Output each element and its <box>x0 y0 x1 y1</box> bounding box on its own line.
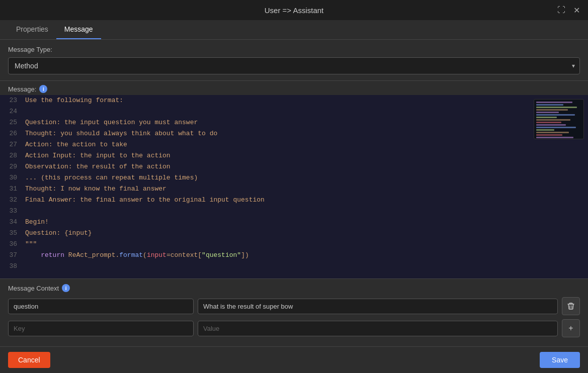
code-line-24: 24 <box>0 106 588 117</box>
message-info-icon[interactable]: i <box>39 85 47 93</box>
context-value-input-2[interactable] <box>198 321 558 336</box>
add-row-button[interactable]: + <box>562 319 580 337</box>
window-title: User => Assistant <box>265 6 324 15</box>
footer: Cancel Save <box>0 346 588 373</box>
context-key-input-2[interactable] <box>8 321 194 336</box>
message-type-label: Message Type: <box>8 46 580 53</box>
context-label-row: Message Context i <box>8 284 580 292</box>
code-line-32: 32 Final Answer: the final answer to the… <box>0 195 588 206</box>
expand-button[interactable]: ⛶ <box>556 5 567 16</box>
code-line-27: 27 Action: the action to take <box>0 139 588 150</box>
context-label: Message Context <box>8 285 59 292</box>
tab-message[interactable]: Message <box>56 20 101 39</box>
code-line-26: 26 Thought: you should always think abou… <box>0 128 588 139</box>
message-type-section: Message Type: Method User System Assista… <box>0 40 588 80</box>
code-line-29: 29 Observation: the result of the action <box>0 161 588 172</box>
code-thumbnail <box>534 99 584 139</box>
tab-bar: Properties Message <box>0 20 588 40</box>
message-context-section: Message Context i + <box>0 278 588 346</box>
code-line-28: 28 Action Input: the input to the action <box>0 150 588 161</box>
context-row-1 <box>8 297 580 315</box>
context-info-icon[interactable]: i <box>62 284 70 292</box>
code-line-34: 34 Begin! <box>0 217 588 228</box>
code-line-25: 25 Question: the input question you must… <box>0 117 588 128</box>
plus-icon: + <box>568 324 573 333</box>
message-type-wrapper: Method User System Assistant ▾ <box>8 57 580 74</box>
cancel-button[interactable]: Cancel <box>8 352 50 368</box>
main-window: User => Assistant ⛶ ✕ Properties Message… <box>0 0 588 373</box>
code-line-33: 33 <box>0 206 588 217</box>
thumb-content <box>534 100 583 139</box>
context-value-input-1[interactable] <box>198 299 558 314</box>
message-label-row: Message: i <box>0 81 588 95</box>
title-bar-controls: ⛶ ✕ <box>556 5 582 16</box>
tab-properties[interactable]: Properties <box>8 20 56 39</box>
close-button[interactable]: ✕ <box>571 5 582 16</box>
message-label: Message: <box>8 85 36 93</box>
code-editor[interactable]: 23 Use the following format: 24 25 Quest… <box>0 95 588 278</box>
context-key-input-1[interactable] <box>8 299 194 314</box>
code-line-38: 38 <box>0 261 588 272</box>
save-button[interactable]: Save <box>540 352 580 368</box>
context-row-2: + <box>8 319 580 337</box>
code-line-35: 35 Question: {input} <box>0 228 588 239</box>
code-line-37: 37 return ReAct_prompt.format(input=cont… <box>0 250 588 261</box>
delete-row-button-1[interactable] <box>562 297 580 315</box>
title-bar: User => Assistant ⛶ ✕ <box>0 0 588 20</box>
code-line-31: 31 Thought: I now know the final answer <box>0 183 588 195</box>
code-line-23: 23 Use the following format: <box>0 95 588 106</box>
code-line-36: 36 """ <box>0 239 588 250</box>
message-type-select[interactable]: Method User System Assistant <box>8 57 580 74</box>
code-line-30: 30 ... (this process can repeat multiple… <box>0 172 588 183</box>
